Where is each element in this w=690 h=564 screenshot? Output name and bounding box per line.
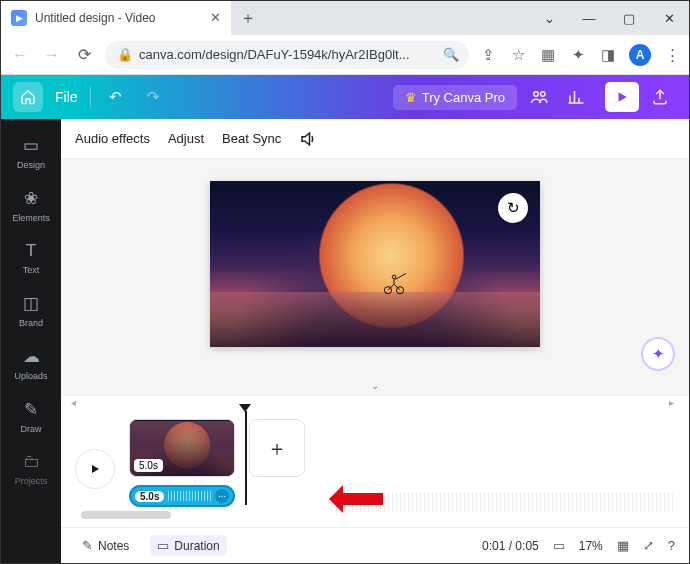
magic-button[interactable]: ✦: [641, 337, 675, 371]
rail-label: Draw: [20, 424, 41, 434]
svg-point-0: [534, 92, 539, 97]
shapes-icon: ❀: [24, 188, 38, 209]
folder-icon: 🗀: [23, 452, 40, 472]
lock-icon: 🔒: [117, 47, 131, 62]
collapse-canvas-icon[interactable]: ⌄: [371, 380, 379, 391]
annotation-arrow: [329, 483, 383, 515]
audio-tail-waveform: [336, 493, 675, 513]
cloud-upload-icon: ☁: [23, 346, 40, 367]
share-icon[interactable]: ⇪: [479, 46, 497, 64]
scroll-left-icon[interactable]: ◂: [71, 397, 81, 408]
video-canvas[interactable]: ↻: [210, 181, 540, 347]
regenerate-button[interactable]: ↻: [498, 193, 528, 223]
add-page-button[interactable]: ＋: [249, 419, 305, 477]
tab-title: Untitled design - Video: [35, 11, 156, 25]
video-clip[interactable]: 5.0s: [129, 419, 235, 477]
pencil-icon: ✎: [24, 399, 38, 420]
svg-point-1: [541, 92, 546, 97]
url-text: canva.com/design/DAFuY-1594k/hyAr2IBg0lt…: [139, 47, 410, 62]
adjust-button[interactable]: Adjust: [168, 131, 204, 146]
sidepanel-icon[interactable]: ◨: [599, 46, 617, 64]
chrome-menu-icon[interactable]: ⋮: [663, 46, 681, 64]
extension-icon[interactable]: ▦: [539, 46, 557, 64]
address-bar[interactable]: 🔒 canva.com/design/DAFuY-1594k/hyAr2IBg0…: [105, 41, 469, 69]
collaborators-icon[interactable]: [529, 88, 555, 106]
audio-clip[interactable]: 5.0s ⋯: [129, 485, 235, 507]
sidebar-item-elements[interactable]: ❀ Elements: [1, 180, 61, 233]
scroll-right-icon[interactable]: ▸: [669, 397, 679, 408]
playback-time: 0:01 / 0:05: [482, 539, 539, 553]
audio-waveform: [168, 491, 211, 501]
sidebar-item-brand[interactable]: ◫ Brand: [1, 285, 61, 338]
rail-label: Projects: [15, 476, 48, 486]
fullscreen-icon[interactable]: ⤢: [643, 538, 654, 553]
present-button[interactable]: [605, 82, 639, 112]
text-icon: T: [26, 241, 36, 261]
browser-tab[interactable]: ▶ Untitled design - Video ✕: [1, 1, 231, 35]
canva-favicon: ▶: [11, 10, 27, 26]
audio-effects-button[interactable]: Audio effects: [75, 131, 150, 146]
canvas-content-image: [210, 181, 540, 347]
search-in-url-icon[interactable]: 🔍: [443, 47, 457, 62]
duration-button[interactable]: ▭ Duration: [150, 535, 226, 556]
sidebar-item-projects[interactable]: 🗀 Projects: [1, 444, 61, 496]
template-icon: ▭: [23, 135, 39, 156]
duration-icon: ▭: [157, 538, 169, 553]
sidebar-item-design[interactable]: ▭ Design: [1, 127, 61, 180]
try-pro-label: Try Canva Pro: [422, 90, 505, 105]
sidebar-item-draw[interactable]: ✎ Draw: [1, 391, 61, 444]
view-mode-icon[interactable]: ▭: [553, 538, 565, 553]
nav-reload-button[interactable]: ⟳: [73, 45, 95, 64]
help-icon[interactable]: ?: [668, 538, 675, 553]
rail-label: Text: [23, 265, 40, 275]
rail-label: Uploads: [14, 371, 47, 381]
audio-duration-label: 5.0s: [135, 491, 164, 502]
notes-icon: ✎: [82, 538, 93, 553]
try-canva-pro-button[interactable]: ♛ Try Canva Pro: [393, 85, 517, 110]
volume-icon[interactable]: [299, 130, 317, 148]
dropdown-icon[interactable]: ⌄: [529, 11, 569, 26]
nav-back-button[interactable]: ←: [9, 46, 31, 64]
profile-avatar[interactable]: A: [629, 44, 651, 66]
rail-label: Brand: [19, 318, 43, 328]
zoom-level[interactable]: 17%: [579, 539, 603, 553]
grid-view-icon[interactable]: ▦: [617, 538, 629, 553]
file-menu-button[interactable]: File: [55, 89, 78, 105]
cyclist-silhouette: [382, 271, 406, 295]
clip-duration-label: 5.0s: [134, 459, 163, 472]
undo-button[interactable]: ↶: [103, 88, 129, 106]
home-button[interactable]: [13, 82, 43, 112]
rail-label: Elements: [12, 213, 50, 223]
puzzle-icon[interactable]: ✦: [569, 46, 587, 64]
notes-label: Notes: [98, 539, 129, 553]
brand-icon: ◫: [23, 293, 39, 314]
notes-button[interactable]: ✎ Notes: [75, 535, 136, 556]
close-tab-icon[interactable]: ✕: [210, 10, 221, 25]
window-minimize-button[interactable]: —: [569, 11, 609, 26]
window-close-button[interactable]: ✕: [649, 11, 689, 26]
rail-label: Design: [17, 160, 45, 170]
redo-button[interactable]: ↷: [141, 88, 167, 106]
audio-clip-more-icon[interactable]: ⋯: [215, 489, 229, 503]
sidebar-item-text[interactable]: T Text: [1, 233, 61, 285]
share-upload-icon[interactable]: [651, 88, 677, 106]
bookmark-star-icon[interactable]: ☆: [509, 46, 527, 64]
nav-forward-button[interactable]: →: [41, 46, 63, 64]
duration-label: Duration: [174, 539, 219, 553]
beat-sync-button[interactable]: Beat Sync: [222, 131, 281, 146]
sidebar-item-uploads[interactable]: ☁ Uploads: [1, 338, 61, 391]
new-tab-button[interactable]: ＋: [231, 8, 265, 29]
insights-icon[interactable]: [567, 88, 593, 106]
timeline-play-button[interactable]: [75, 449, 115, 489]
window-maximize-button[interactable]: ▢: [609, 11, 649, 26]
crown-icon: ♛: [405, 90, 417, 105]
